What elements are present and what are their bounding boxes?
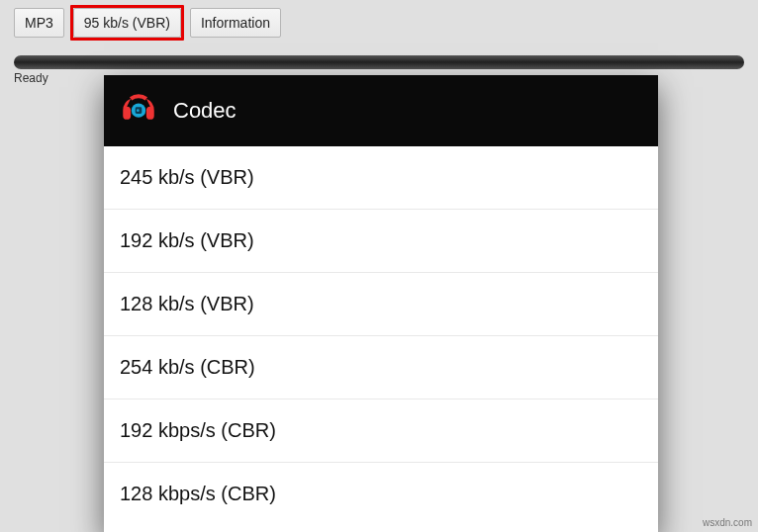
codec-option-list: 245 kb/s (VBR) 192 kb/s (VBR) 128 kb/s (… bbox=[104, 146, 658, 532]
codec-option[interactable]: 254 kb/s (CBR) bbox=[104, 336, 658, 399]
toolbar: MP3 95 kb/s (VBR) Information bbox=[0, 0, 758, 45]
app-icon bbox=[118, 87, 159, 134]
codec-option[interactable]: 192 kb/s (VBR) bbox=[104, 210, 658, 273]
codec-option[interactable]: 128 kb/s (VBR) bbox=[104, 273, 658, 336]
watermark: wsxdn.com bbox=[703, 517, 752, 528]
format-button[interactable]: MP3 bbox=[14, 8, 64, 38]
svg-point-2 bbox=[137, 109, 140, 112]
progress-bar bbox=[14, 55, 744, 69]
codec-option[interactable]: 192 kbps/s (CBR) bbox=[104, 399, 658, 463]
codec-option[interactable]: 245 kb/s (VBR) bbox=[104, 146, 658, 210]
dialog-title: Codec bbox=[173, 98, 237, 124]
codec-option[interactable]: 128 kbps/s (CBR) bbox=[104, 463, 658, 532]
information-button[interactable]: Information bbox=[190, 8, 281, 38]
bitrate-button[interactable]: 95 kb/s (VBR) bbox=[73, 8, 181, 38]
codec-dialog: Codec 245 kb/s (VBR) 192 kb/s (VBR) 128 … bbox=[104, 75, 658, 532]
dialog-header: Codec bbox=[104, 75, 658, 146]
bitrate-button-highlight: 95 kb/s (VBR) bbox=[70, 5, 184, 41]
